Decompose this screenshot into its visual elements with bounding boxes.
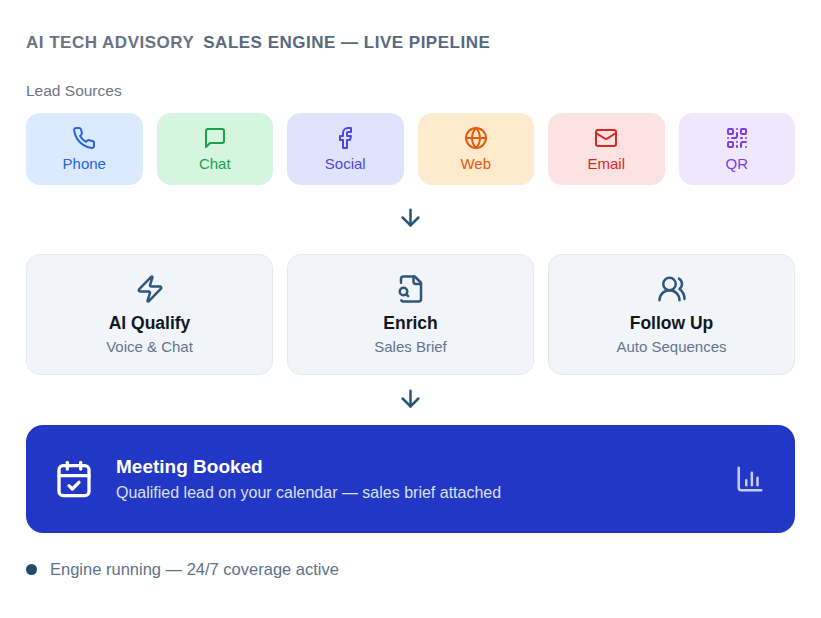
lead-source-card-phone[interactable]: Phone: [26, 113, 143, 185]
chat-icon: [203, 126, 227, 150]
calendar-check-icon: [54, 459, 94, 499]
page-title: AI TECH ADVISORYSALES ENGINE — LIVE PIPE…: [26, 33, 795, 53]
brand-name: AI TECH ADVISORY: [26, 33, 194, 52]
flow-arrow: [26, 185, 795, 254]
stage-subtitle: Auto Sequences: [616, 338, 726, 355]
lead-sources-row: Phone Chat Social Web Email: [26, 113, 795, 185]
users-icon: [657, 274, 687, 304]
file-search-icon: [396, 274, 426, 304]
facebook-icon: [333, 126, 357, 150]
banner-title: Meeting Booked: [116, 456, 735, 478]
zap-icon: [135, 274, 165, 304]
lead-source-card-social[interactable]: Social: [287, 113, 404, 185]
flow-arrow: [26, 375, 795, 425]
stage-card-follow-up[interactable]: Follow Up Auto Sequences: [548, 254, 795, 375]
lead-source-card-web[interactable]: Web: [418, 113, 535, 185]
engine-status: Engine running — 24/7 coverage active: [26, 560, 795, 579]
banner-subtitle: Qualified lead on your calendar — sales …: [116, 484, 735, 502]
phone-icon: [72, 126, 96, 150]
stage-subtitle: Sales Brief: [374, 338, 447, 355]
lead-source-label: Chat: [199, 155, 231, 172]
mail-icon: [594, 126, 618, 150]
meeting-booked-banner[interactable]: Meeting Booked Qualified lead on your ca…: [26, 425, 795, 533]
stage-title: Follow Up: [630, 313, 714, 334]
stage-subtitle: Voice & Chat: [106, 338, 193, 355]
status-dot: [26, 564, 37, 575]
lead-source-label: Email: [587, 155, 625, 172]
lead-source-card-chat[interactable]: Chat: [157, 113, 274, 185]
pipeline-stages-row: AI Qualify Voice & Chat Enrich Sales Bri…: [26, 254, 795, 375]
qr-code-icon: [725, 126, 749, 150]
lead-source-label: QR: [726, 155, 749, 172]
lead-source-label: Phone: [63, 155, 106, 172]
globe-icon: [464, 126, 488, 150]
stage-title: AI Qualify: [109, 313, 191, 334]
stage-card-enrich[interactable]: Enrich Sales Brief: [287, 254, 534, 375]
arrow-down-icon: [397, 385, 424, 416]
lead-source-label: Web: [460, 155, 491, 172]
bar-chart-icon: [735, 464, 765, 494]
status-text: Engine running — 24/7 coverage active: [50, 560, 339, 579]
banner-text: Meeting Booked Qualified lead on your ca…: [116, 456, 735, 502]
lead-source-card-qr[interactable]: QR: [679, 113, 796, 185]
stage-card-ai-qualify[interactable]: AI Qualify Voice & Chat: [26, 254, 273, 375]
stage-title: Enrich: [383, 313, 437, 334]
pipeline-dashboard: AI TECH ADVISORYSALES ENGINE — LIVE PIPE…: [0, 0, 821, 618]
lead-source-card-email[interactable]: Email: [548, 113, 665, 185]
lead-sources-label: Lead Sources: [26, 82, 795, 100]
lead-source-label: Social: [325, 155, 366, 172]
page-subtitle: SALES ENGINE — LIVE PIPELINE: [203, 33, 490, 52]
arrow-down-icon: [397, 204, 424, 235]
